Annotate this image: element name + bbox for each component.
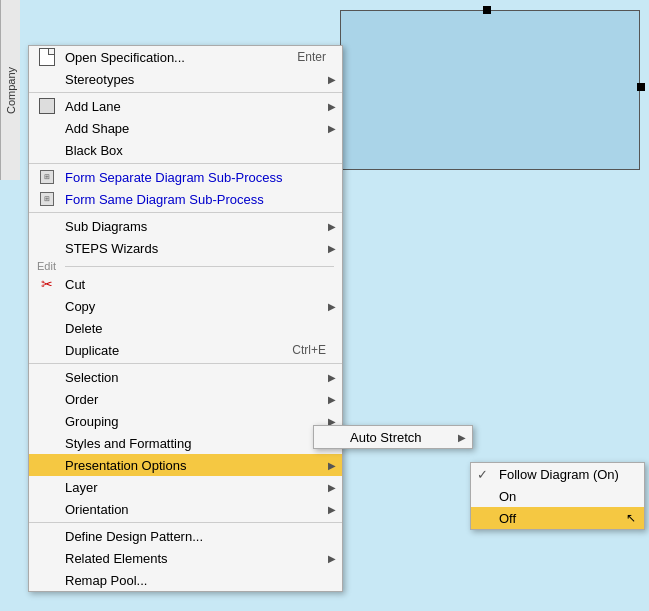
menu-item-form-separate[interactable]: ⊞ Form Separate Diagram Sub-Process — [29, 166, 342, 188]
submenu-auto-stretch: ✓ Follow Diagram (On) On Off ↖ — [470, 462, 645, 530]
menu-item-delete[interactable]: Delete — [29, 317, 342, 339]
sidebar-label: Company — [0, 0, 20, 180]
menu-item-add-lane[interactable]: Add Lane ▶ — [29, 95, 342, 117]
menu-item-order[interactable]: Order ▶ — [29, 388, 342, 410]
context-menu: Open Specification... Enter Stereotypes … — [28, 45, 343, 592]
submenu-presentation-options: Auto Stretch ▶ — [313, 425, 473, 449]
arrow-icon-5: ▶ — [328, 243, 336, 254]
separator-1 — [29, 92, 342, 93]
separator-2 — [29, 163, 342, 164]
arrow-icon-14: ▶ — [328, 553, 336, 564]
menu-item-grouping[interactable]: Grouping ▶ — [29, 410, 342, 432]
menu-item-form-same[interactable]: ⊞ Form Same Diagram Sub-Process — [29, 188, 342, 210]
menu-item-orientation[interactable]: Orientation ▶ — [29, 498, 342, 520]
lane-icon — [37, 98, 57, 114]
menu-item-steps-wizards[interactable]: STEPS Wizards ▶ — [29, 237, 342, 259]
scissors-icon: ✂ — [37, 276, 57, 292]
separator-3 — [29, 212, 342, 213]
smallbox-icon-1: ⊞ — [37, 170, 57, 184]
menu-item-copy[interactable]: Copy ▶ — [29, 295, 342, 317]
canvas-shape — [340, 10, 640, 170]
section-edit: Edit — [29, 259, 342, 273]
menu-item-presentation-options[interactable]: Presentation Options ▶ — [29, 454, 342, 476]
handle-right — [637, 83, 645, 91]
menu-item-stereotypes[interactable]: Stereotypes ▶ — [29, 68, 342, 90]
menu-item-selection[interactable]: Selection ▶ — [29, 366, 342, 388]
smallbox-icon-2: ⊞ — [37, 192, 57, 206]
handle-top — [483, 6, 491, 14]
arrow-icon-4: ▶ — [328, 221, 336, 232]
arrow-icon-2: ▶ — [328, 101, 336, 112]
check-icon: ✓ — [477, 467, 488, 482]
menu-item-duplicate[interactable]: Duplicate Ctrl+E — [29, 339, 342, 361]
arrow-icon: ▶ — [328, 74, 336, 85]
submenu-item-on[interactable]: On — [471, 485, 644, 507]
arrow-icon-8: ▶ — [328, 394, 336, 405]
separator-4 — [29, 363, 342, 364]
separator-5 — [29, 522, 342, 523]
menu-item-black-box[interactable]: Black Box — [29, 139, 342, 161]
arrow-icon-6: ▶ — [328, 301, 336, 312]
menu-item-define-design-pattern[interactable]: Define Design Pattern... — [29, 525, 342, 547]
arrow-icon-11: ▶ — [328, 460, 336, 471]
arrow-icon-15: ▶ — [458, 432, 466, 443]
submenu-item-off[interactable]: Off ↖ — [471, 507, 644, 529]
submenu-item-follow-diagram[interactable]: ✓ Follow Diagram (On) — [471, 463, 644, 485]
arrow-icon-7: ▶ — [328, 372, 336, 383]
menu-item-remap-pool[interactable]: Remap Pool... — [29, 569, 342, 591]
menu-item-styles-formatting[interactable]: Styles and Formatting ▶ — [29, 432, 342, 454]
cursor-icon: ↖ — [626, 511, 636, 525]
menu-item-open-spec[interactable]: Open Specification... Enter — [29, 46, 342, 68]
menu-item-layer[interactable]: Layer ▶ — [29, 476, 342, 498]
submenu-item-auto-stretch[interactable]: Auto Stretch ▶ — [314, 426, 472, 448]
menu-item-related-elements[interactable]: Related Elements ▶ — [29, 547, 342, 569]
arrow-icon-13: ▶ — [328, 504, 336, 515]
menu-item-cut[interactable]: ✂ Cut — [29, 273, 342, 295]
menu-item-sub-diagrams[interactable]: Sub Diagrams ▶ — [29, 215, 342, 237]
arrow-icon-12: ▶ — [328, 482, 336, 493]
menu-item-add-shape[interactable]: Add Shape ▶ — [29, 117, 342, 139]
doc-icon — [37, 48, 57, 66]
arrow-icon-3: ▶ — [328, 123, 336, 134]
